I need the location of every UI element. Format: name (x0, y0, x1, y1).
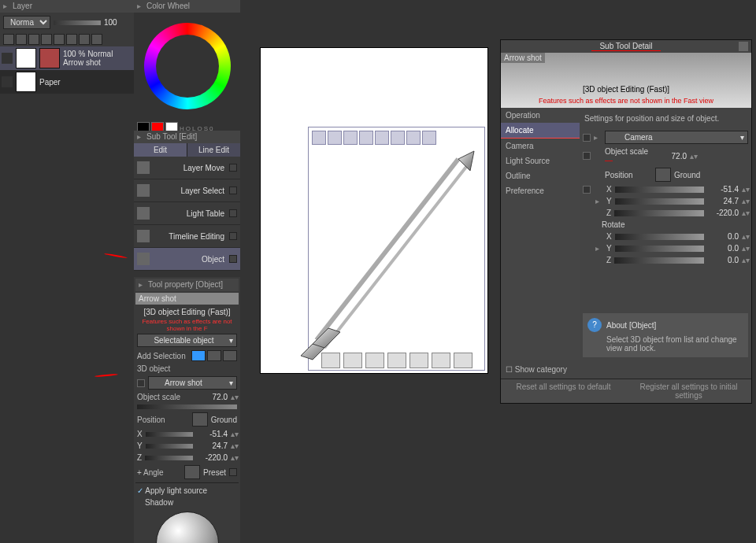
rot-y-slider[interactable] (615, 246, 704, 252)
close-icon[interactable] (739, 42, 748, 51)
light-preview-sphere[interactable] (156, 512, 219, 543)
eye-icon[interactable] (583, 186, 591, 194)
layer-btn-4[interactable] (41, 34, 52, 45)
layer-panel-header[interactable]: Layer (0, 0, 134, 13)
subtool-layer-select[interactable]: Layer Select (134, 179, 240, 202)
layer-btn-1[interactable] (3, 34, 14, 45)
spinner-icon[interactable]: ▴▾ (742, 185, 748, 194)
subtool-layer-move[interactable]: Layer Move (134, 157, 240, 179)
spinner-icon[interactable]: ▴▾ (742, 232, 748, 241)
layer-btn-5[interactable] (54, 34, 65, 45)
config-icon[interactable] (229, 209, 237, 217)
eye-icon[interactable] (583, 134, 591, 142)
chevron-icon[interactable]: ▸ (595, 197, 603, 205)
layer-opacity-value: 100 (104, 18, 117, 27)
visibility-icon[interactable] (2, 76, 13, 87)
canvas-3d-bounds[interactable] (308, 127, 485, 371)
object-name-dropdown[interactable]: Arrow shot (148, 376, 237, 390)
camera-dropdown[interactable]: Camera (605, 131, 748, 144)
bt-6[interactable] (432, 353, 450, 368)
sel-mode-2[interactable] (207, 350, 221, 361)
pos-z-slider[interactable] (614, 210, 704, 216)
rot-z-slider[interactable] (614, 257, 704, 264)
subtool-object[interactable]: Object (134, 248, 240, 271)
pos-y-slider[interactable] (146, 444, 193, 449)
nav-preference[interactable]: Preference (501, 183, 580, 198)
layer-btn-7[interactable] (79, 34, 90, 45)
tab-line-edit[interactable]: Line Edit (187, 143, 240, 157)
preset-dropdown-icon[interactable] (229, 468, 237, 476)
subtool-light-table[interactable]: Light Table (134, 202, 240, 225)
layer-name: Paper (39, 78, 61, 87)
scale-slider[interactable] (137, 404, 237, 409)
bt-4[interactable] (387, 353, 406, 368)
layer-item-paper[interactable]: Paper (0, 70, 134, 94)
subtool-timeline[interactable]: Timeline Editing (134, 225, 240, 248)
ground-button[interactable] (655, 168, 671, 182)
spinner-icon[interactable]: ▴▾ (231, 393, 237, 401)
config-icon[interactable] (229, 255, 237, 263)
layer-btn-3[interactable] (28, 34, 39, 45)
color-panel-header[interactable]: Color Wheel (134, 0, 240, 13)
pos-x-slider[interactable] (146, 432, 193, 437)
eye-icon[interactable] (583, 152, 591, 160)
chevron-icon[interactable]: ▸ (594, 133, 602, 142)
selectable-object-dropdown[interactable]: Selectable object (137, 334, 237, 347)
bt-3[interactable] (365, 353, 384, 368)
nav-camera[interactable]: Camera (501, 139, 580, 153)
layer-list: 100 % Normal Arrow shot Paper (0, 46, 134, 94)
layer-btn-2[interactable] (16, 34, 27, 45)
nav-operation[interactable]: Operation (501, 108, 580, 123)
section-3d: 3D object (137, 364, 237, 373)
pos-x-slider[interactable] (615, 187, 704, 193)
banner-title: [3D object Editing (Fast)] (501, 85, 751, 94)
layer-btn-6[interactable] (66, 34, 77, 45)
apply-light-checkbox[interactable]: Apply light source (137, 486, 207, 495)
register-button[interactable]: Register all settings to initial setting… (626, 379, 751, 403)
spinner-icon[interactable]: ▴▾ (231, 453, 237, 462)
spinner-icon[interactable]: ▴▾ (742, 209, 748, 217)
pos-y-slider[interactable] (615, 198, 704, 205)
detail-titlebar[interactable]: Sub Tool Detail (501, 40, 751, 53)
canvas[interactable] (260, 47, 488, 374)
layer-btn-8[interactable] (91, 34, 102, 45)
select-icon (137, 184, 150, 197)
color-wheel[interactable] (134, 13, 240, 119)
chevron-icon[interactable]: ▸ (595, 244, 603, 253)
sel-mode-1[interactable] (191, 350, 206, 361)
config-icon[interactable] (229, 164, 237, 172)
spinner-icon[interactable]: ▴▾ (231, 430, 237, 438)
ground-icon[interactable] (192, 412, 208, 427)
reset-button[interactable]: Reset all settings to default (501, 379, 626, 403)
subtool-header[interactable]: Sub Tool [Edit] (134, 131, 240, 143)
subtool-panel: Sub Tool [Edit] Edit Line Edit Layer Mov… (134, 131, 240, 271)
layer-item-arrow[interactable]: 100 % Normal Arrow shot (0, 46, 134, 70)
spinner-icon[interactable]: ▴▾ (742, 256, 748, 264)
spinner-icon[interactable]: ▴▾ (742, 197, 748, 205)
spinner-icon[interactable]: ▴▾ (231, 441, 237, 450)
angle-label[interactable]: + Angle (137, 468, 181, 477)
bt-5[interactable] (410, 353, 428, 368)
bt-2[interactable] (343, 353, 362, 368)
show-category-checkbox[interactable]: ☐ (506, 365, 515, 374)
config-icon[interactable] (229, 232, 237, 240)
toolprop-header[interactable]: Tool property [Object] (135, 279, 239, 291)
nav-allocate[interactable]: Allocate (501, 123, 580, 139)
nav-light-source[interactable]: Light Source (501, 153, 580, 168)
tab-edit[interactable]: Edit (134, 143, 187, 157)
config-icon[interactable] (229, 187, 237, 194)
visibility-icon[interactable] (2, 53, 13, 64)
bt-7[interactable] (454, 353, 472, 368)
rot-x-slider[interactable] (615, 234, 704, 240)
arrow-3d-object[interactable] (269, 143, 490, 364)
bt-1[interactable] (321, 353, 340, 368)
nav-outline[interactable]: Outline (501, 168, 580, 183)
eye-icon[interactable] (137, 379, 145, 387)
pos-z-slider[interactable] (145, 456, 193, 460)
spinner-icon[interactable]: ▴▾ (690, 152, 696, 161)
sel-mode-3[interactable] (223, 350, 237, 361)
layer-opacity-slider[interactable] (54, 20, 101, 25)
preset-icon[interactable] (184, 465, 200, 479)
spinner-icon[interactable]: ▴▾ (742, 244, 748, 253)
blend-mode-select[interactable]: Normal (3, 16, 50, 29)
